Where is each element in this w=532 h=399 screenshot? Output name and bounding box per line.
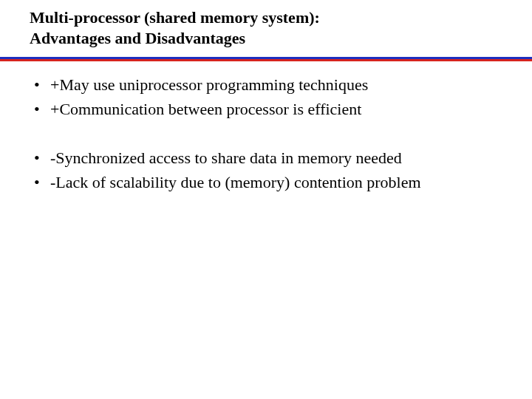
list-item: +Communication between processor is effi… — [30, 99, 502, 120]
disadvantages-list: -Synchronized access to share data in me… — [30, 148, 502, 193]
title-block: Multi-processor (shared memory system): … — [0, 7, 532, 52]
slide-title: Multi-processor (shared memory system): … — [30, 7, 502, 48]
bullet-text: -Synchronized access to share data in me… — [50, 149, 402, 167]
list-item: -Lack of scalability due to (memory) con… — [30, 172, 502, 194]
title-line-2: Advantages and Disadvantages — [30, 29, 245, 47]
section-gap — [30, 123, 502, 148]
bullet-text: +May use uniprocessor programming techni… — [50, 75, 368, 94]
title-line-1: Multi-processor (shared memory system): — [30, 8, 320, 27]
bullet-text: +Communication between processor is effi… — [50, 100, 361, 118]
list-item: -Synchronized access to share data in me… — [30, 148, 502, 169]
slide-body: +May use uniprocessor programming techni… — [0, 61, 532, 193]
list-item: +May use uniprocessor programming techni… — [30, 75, 502, 96]
advantages-list: +May use uniprocessor programming techni… — [30, 75, 502, 120]
slide: Multi-processor (shared memory system): … — [0, 0, 532, 399]
bullet-text: -Lack of scalability due to (memory) con… — [50, 173, 421, 191]
